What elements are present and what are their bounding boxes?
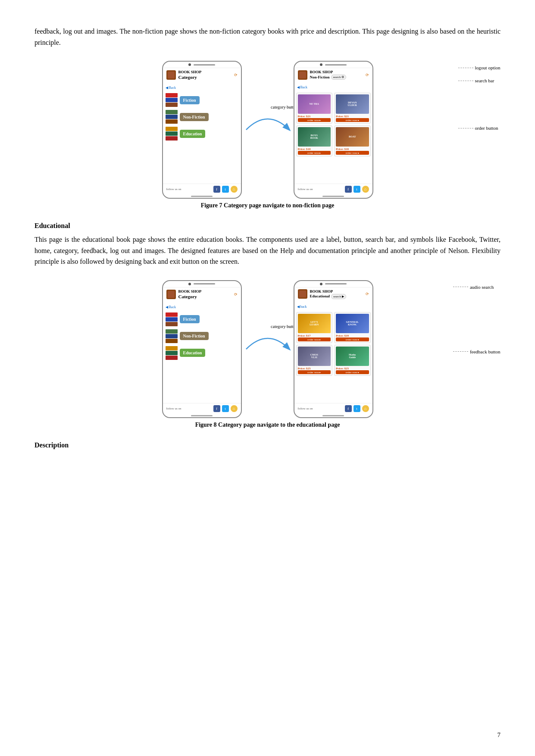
f8-left-twitter-icon: t <box>222 405 229 412</box>
book-img-7 <box>166 127 178 131</box>
searchbar-label: search bar <box>475 78 494 83</box>
search-icon: ⚙ <box>341 75 344 79</box>
book-img-9 <box>166 136 178 141</box>
right-status-bar <box>294 62 372 68</box>
f8-right-footer-text: follow us on <box>298 407 313 410</box>
f8-book-price-4: Price: $25 <box>336 367 369 370</box>
phone-header: BOOK SHOP Category ⟳ <box>163 68 241 82</box>
f8-book-2 <box>166 317 178 322</box>
orderbtn-label: order button <box>475 125 498 131</box>
education-label[interactable]: Education <box>180 130 206 138</box>
f8-right-logo <box>298 289 307 299</box>
book-price-1: Price: $21 <box>298 115 331 118</box>
logo-inner <box>168 72 175 78</box>
feedback-label: feedback button <box>470 349 501 354</box>
right-app-logo <box>298 70 307 80</box>
f8-order-btn-3[interactable]: order now ▸ <box>298 370 331 374</box>
f8-left-back-label[interactable]: ◀ Back <box>166 305 176 309</box>
logout-label: logout option <box>475 65 501 70</box>
f8-left-dot <box>188 283 191 285</box>
f8-right-back-label[interactable]: ◀ back <box>297 305 307 309</box>
f8-left-footer: follow us on f t ⌂ <box>163 403 241 414</box>
category-row-education: Education <box>166 127 238 141</box>
order-btn-3[interactable]: order now ▸ <box>298 151 331 155</box>
status-bar <box>163 62 241 68</box>
f8-category-list: Fiction Non-Fiction Ed <box>163 311 241 363</box>
f8-order-btn-1[interactable]: order now ▸ <box>298 337 331 341</box>
f8-left-back-nav[interactable]: ◀ Back <box>163 301 241 311</box>
f8-left-title-sub: Category <box>178 294 202 300</box>
f8-book-card-2: GENERALKNOW. Price: $19 order now ▸ <box>334 312 371 343</box>
f8-order-btn-2[interactable]: order now ▸ <box>336 337 369 341</box>
description-heading: Description <box>34 441 501 449</box>
audio-search-label: audio search <box>470 284 494 290</box>
f8-left-status-bar <box>163 281 241 287</box>
category-row-nonfiction: Non-Fiction <box>166 110 238 124</box>
book-grid: NE TRA Price: $21 order now ▸ DEVANULDUR… <box>294 91 372 158</box>
figure8-left-phone: BOOK SHOP Category ⟳ ◀ Back Fiction <box>162 280 242 418</box>
right-footer-text: follow us on <box>298 187 313 191</box>
phone-title-sub: Category <box>178 75 202 80</box>
f8-order-btn-4[interactable]: order now ▸ <box>336 370 369 374</box>
right-logo-inner <box>299 72 306 78</box>
f8-fiction-label[interactable]: Fiction <box>180 315 200 323</box>
intro-paragraph: feedback, log out and images. The non-fi… <box>34 26 501 48</box>
feedback-dashed-line <box>453 351 468 352</box>
order-btn-1[interactable]: order now ▸ <box>298 118 331 122</box>
f8-right-logout-icon[interactable]: ⟳ <box>366 292 369 296</box>
right-bottom-bar <box>322 196 344 197</box>
f8-right-facebook-icon: f <box>345 405 352 412</box>
f8-left-logo-inner <box>168 291 175 298</box>
f8-left-logo <box>166 290 176 299</box>
educational-body: This page is the educational book page s… <box>34 234 501 267</box>
f8-education-books <box>166 346 178 360</box>
phone-title-main: BOOK SHOP <box>178 70 202 75</box>
right-subtitle-row: Non-Fiction search ⚙ <box>310 75 347 80</box>
search-bar[interactable]: search ⚙ <box>331 75 347 80</box>
f8-right-line <box>325 283 347 284</box>
f8-left-header: BOOK SHOP Category ⟳ <box>163 287 241 301</box>
right-back-nav[interactable]: ◀ Back <box>294 81 372 91</box>
page-number: 7 <box>497 731 501 739</box>
feedback-annotation: feedback button <box>453 349 501 354</box>
f8-left-footer-text: follow us on <box>166 407 181 410</box>
f8-book-cover-3: CMOSVLSI <box>298 347 331 366</box>
orderbutton-annotation: order button <box>458 125 501 131</box>
f8-fiction-books <box>166 312 178 326</box>
book-cover-2: DEVANULDUR <box>336 94 369 114</box>
f8-fiction-row: Fiction <box>166 312 238 326</box>
f8-left-facebook-icon: f <box>213 405 220 412</box>
status-line <box>194 64 215 66</box>
f8-edu-book-3 <box>166 356 178 360</box>
book-img-6 <box>166 119 178 124</box>
nonfiction-label[interactable]: Non-Fiction <box>180 113 209 121</box>
f8-right-back-nav[interactable]: ◀ back <box>294 301 372 310</box>
book-price-3: Price: $18 <box>298 147 331 151</box>
f8-nf-book-3 <box>166 339 178 343</box>
f8-left-title-main: BOOK SHOP <box>178 289 202 294</box>
book-card-3: BOYSBOOK Price: $18 order now ▸ <box>296 125 333 156</box>
f8-nonfiction-label[interactable]: Non-Fiction <box>180 332 209 340</box>
right-footer-icons: f t ⌂ <box>345 186 369 193</box>
f8-education-label[interactable]: Education <box>180 349 206 357</box>
right-back-label[interactable]: ◀ Back <box>297 85 307 89</box>
book-card-4: BOAT Price: $18 order now ▸ <box>334 125 371 156</box>
f8-right-home-icon: ⌂ <box>362 405 369 412</box>
back-nav[interactable]: ◀ Back <box>163 82 241 91</box>
f8-book-cover-1: LET'SLEARN <box>298 314 331 333</box>
f8-search-bar[interactable]: search ▶ <box>331 294 346 299</box>
book-price-2: Price: $21 <box>336 115 369 118</box>
order-btn-2[interactable]: order now ▸ <box>336 118 369 122</box>
figure-7-container: BOOK SHOP Category ⟳ ◀ Back Fictio <box>35 61 501 199</box>
audio-search-annotation: audio search <box>453 284 501 290</box>
back-button-label[interactable]: ◀ Back <box>166 86 176 90</box>
right-logout-icon[interactable]: ⟳ <box>366 73 369 77</box>
fiction-label[interactable]: Fiction <box>180 96 200 104</box>
logout-dashed-line <box>458 68 473 68</box>
order-btn-4[interactable]: order now ▸ <box>336 151 369 155</box>
bottom-bar <box>191 196 213 197</box>
f8-left-home-icon: ⌂ <box>231 405 238 412</box>
right-status-dot <box>320 63 322 66</box>
right-annotations-7: logout option search bar order button <box>458 65 501 131</box>
figure8-right-phone: BOOK SHOP Educational search ▶ ⟳ ◀ back <box>294 280 373 418</box>
